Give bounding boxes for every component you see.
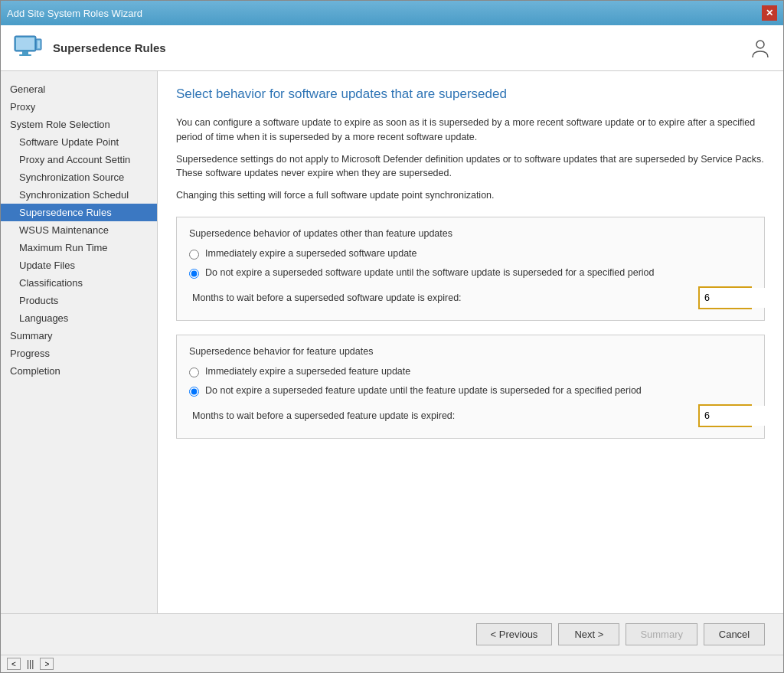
title-bar: Add Site System Roles Wizard ✕ xyxy=(1,1,783,25)
radio-immediately-expire-software-label: Immediately expire a superseded software… xyxy=(205,248,417,259)
next-button[interactable]: Next > xyxy=(558,623,619,645)
sidebar-item-proxy[interactable]: Proxy xyxy=(1,98,157,116)
months-row-feature: Months to wait before a superseded featu… xyxy=(189,404,752,427)
sidebar-item-classifications[interactable]: Classifications xyxy=(1,274,157,292)
description-3: Changing this setting will force a full … xyxy=(176,188,765,203)
svg-rect-3 xyxy=(19,54,31,56)
radio-immediately-expire-feature[interactable] xyxy=(189,368,199,377)
radio-do-not-expire-feature[interactable] xyxy=(189,387,199,397)
sidebar-item-summary[interactable]: Summary xyxy=(1,327,157,345)
radio-option-immediate-expire[interactable]: Immediately expire a superseded software… xyxy=(189,248,752,260)
sidebar-item-progress[interactable]: Progress xyxy=(1,345,157,362)
header-title: Supersedence Rules xyxy=(53,41,166,54)
status-bar: < ||| > xyxy=(1,655,783,672)
sidebar-item-system-role-selection[interactable]: System Role Selection xyxy=(1,116,157,133)
section-other-updates: Supersedence behavior of updates other t… xyxy=(176,217,765,321)
status-right-button[interactable]: > xyxy=(40,658,54,670)
radio-do-not-expire-software[interactable] xyxy=(189,269,199,279)
radio-immediately-expire-feature-label: Immediately expire a superseded feature … xyxy=(205,366,410,377)
summary-button[interactable]: Summary xyxy=(626,623,697,645)
svg-rect-1 xyxy=(16,38,34,50)
months-spinner-software[interactable]: ▲ ▼ xyxy=(698,286,752,309)
section-feature-updates: Supersedence behavior for feature update… xyxy=(176,335,765,439)
radio-option-immediate-expire-feature[interactable]: Immediately expire a superseded feature … xyxy=(189,366,752,377)
sidebar-item-proxy-account-settings[interactable]: Proxy and Account Settin xyxy=(1,151,157,168)
sidebar-item-completion[interactable]: Completion xyxy=(1,362,157,380)
header-area: Supersedence Rules xyxy=(1,25,783,71)
computer-icon xyxy=(13,33,44,64)
page-title: Select behavior for software updates tha… xyxy=(176,87,765,102)
sidebar-item-synchronization-source[interactable]: Synchronization Source xyxy=(1,168,157,186)
close-button[interactable]: ✕ xyxy=(762,5,777,21)
footer: < Previous Next > Summary Cancel xyxy=(1,613,783,655)
sidebar-item-software-update-point[interactable]: Software Update Point xyxy=(1,133,157,151)
sidebar-item-synchronization-schedule[interactable]: Synchronization Schedul xyxy=(1,186,157,204)
svg-rect-5 xyxy=(38,41,40,48)
svg-rect-2 xyxy=(22,51,28,54)
months-value-software[interactable] xyxy=(700,288,783,308)
section2-title: Supersedence behavior for feature update… xyxy=(189,346,752,357)
sidebar-item-products[interactable]: Products xyxy=(1,292,157,309)
title-bar-controls: ✕ xyxy=(762,5,777,21)
window-title: Add Site System Roles Wizard xyxy=(7,8,142,19)
wizard-window: Add Site System Roles Wizard ✕ Supersede… xyxy=(0,0,784,673)
description-1: You can configure a software update to e… xyxy=(176,116,765,145)
months-spinner-feature[interactable]: ▲ ▼ xyxy=(698,404,752,427)
status-left-button[interactable]: < xyxy=(7,658,21,670)
svg-point-6 xyxy=(756,41,764,48)
radio-option-do-not-expire[interactable]: Do not expire a superseded software upda… xyxy=(189,267,752,279)
sidebar-item-maximum-run-time[interactable]: Maximum Run Time xyxy=(1,239,157,256)
section1-title: Supersedence behavior of updates other t… xyxy=(189,228,752,239)
person-icon xyxy=(750,38,771,59)
description-2: Supersedence settings do not apply to Mi… xyxy=(176,152,765,181)
cancel-button[interactable]: Cancel xyxy=(704,623,765,645)
sidebar-item-supersedence-rules[interactable]: Supersedence Rules xyxy=(1,204,157,221)
radio-do-not-expire-software-label: Do not expire a superseded software upda… xyxy=(205,267,654,278)
main-content-area: Select behavior for software updates tha… xyxy=(158,71,783,613)
sidebar-item-update-files[interactable]: Update Files xyxy=(1,256,157,274)
months-value-feature[interactable] xyxy=(700,406,783,426)
sidebar: General Proxy System Role Selection Soft… xyxy=(1,71,158,613)
radio-immediately-expire-software[interactable] xyxy=(189,250,199,260)
radio-option-do-not-expire-feature[interactable]: Do not expire a superseded feature updat… xyxy=(189,385,752,397)
content-area: General Proxy System Role Selection Soft… xyxy=(1,71,783,613)
months-label-software: Months to wait before a superseded softw… xyxy=(192,292,462,303)
sidebar-item-general[interactable]: General xyxy=(1,80,157,98)
previous-button[interactable]: < Previous xyxy=(476,623,553,645)
sidebar-item-languages[interactable]: Languages xyxy=(1,309,157,327)
months-row-software: Months to wait before a superseded softw… xyxy=(189,286,752,309)
status-middle: ||| xyxy=(27,658,34,669)
months-label-feature: Months to wait before a superseded featu… xyxy=(192,410,455,421)
sidebar-item-wsus-maintenance[interactable]: WSUS Maintenance xyxy=(1,221,157,239)
header-left: Supersedence Rules xyxy=(13,33,166,64)
radio-do-not-expire-feature-label: Do not expire a superseded feature updat… xyxy=(205,385,642,396)
